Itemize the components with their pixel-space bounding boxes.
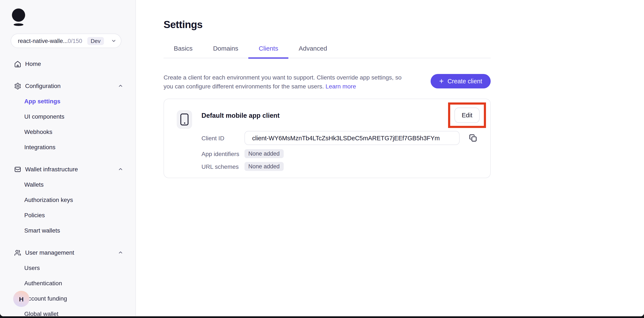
wallet-icon (14, 165, 21, 173)
project-switcher[interactable]: react-native-walle... 0/150 Dev (11, 34, 122, 48)
sidebar-item-authorization-keys[interactable]: Authorization keys (0, 192, 136, 207)
logo-circle (12, 8, 25, 22)
sidebar-section-label: Wallet infrastructure (25, 166, 78, 173)
project-usage: 0/150 (68, 38, 82, 44)
app-identifiers-badge: None added (244, 149, 284, 158)
sidebar-section-label: User management (25, 249, 74, 256)
tab-clients[interactable]: Clients (248, 45, 288, 59)
edit-client-button[interactable]: Edit (454, 108, 480, 123)
app-logo-icon (12, 8, 27, 26)
learn-more-link[interactable]: Learn more (326, 83, 356, 90)
nav-gap (0, 238, 136, 245)
copy-icon[interactable] (469, 134, 477, 142)
sidebar-item-users[interactable]: Users (0, 260, 136, 276)
sidebar-section-user-management[interactable]: User management (0, 245, 136, 260)
sidebar-item-global-wallet[interactable]: Global wallet (0, 306, 136, 316)
sidebar-section-configuration[interactable]: Configuration (0, 78, 136, 94)
logo-ellipse (14, 23, 24, 26)
tab-advanced[interactable]: Advanced (288, 45, 337, 59)
gear-icon (14, 82, 21, 90)
nav-gap (0, 155, 136, 161)
app-identifiers-label: App identifiers (202, 151, 239, 157)
plus-icon: + (439, 77, 444, 85)
sidebar-item-app-settings[interactable]: App settings (0, 94, 136, 109)
users-icon (14, 249, 21, 256)
sidebar-item-authentication[interactable]: Authentication (0, 276, 136, 291)
description-line-1: Create a client for each environment you… (164, 73, 402, 82)
sidebar: react-native-walle... 0/150 Dev Home (0, 0, 136, 316)
chevron-up-icon (118, 250, 124, 256)
chevron-up-icon (118, 83, 124, 89)
env-badge: Dev (87, 37, 104, 45)
tab-domains[interactable]: Domains (203, 45, 248, 59)
url-schemes-badge: None added (244, 162, 284, 171)
sidebar-item-wallets[interactable]: Wallets (0, 177, 136, 192)
sidebar-section-wallet-infrastructure[interactable]: Wallet infrastructure (0, 161, 136, 177)
sidebar-item-ui-components[interactable]: UI components (0, 109, 136, 124)
description-line-2: you can configure different environments… (164, 82, 402, 91)
client-card-title: Default mobile app client (202, 112, 280, 120)
create-client-button[interactable]: + Create client (430, 74, 491, 88)
app-window: react-native-walle... 0/150 Dev Home (0, 0, 644, 316)
clients-description: Create a client for each environment you… (164, 73, 402, 91)
sidebar-item-policies[interactable]: Policies (0, 207, 136, 223)
page-title: Settings (164, 19, 202, 31)
client-card: Default mobile app client Edit Client ID… (164, 99, 491, 178)
sidebar-item-home[interactable]: Home (0, 56, 136, 71)
client-type-tile (177, 110, 192, 129)
chevron-up-icon (118, 166, 124, 172)
user-avatar[interactable]: H (13, 291, 30, 307)
sidebar-item-webhooks[interactable]: Webhooks (0, 124, 136, 140)
sidebar-item-integrations[interactable]: Integrations (0, 140, 136, 155)
sidebar-section-label: Configuration (25, 82, 61, 89)
client-id-label: Client ID (202, 135, 224, 142)
client-id-input[interactable]: client-WY6MsMznTb4LTcZsHk3LSDeC5mARETG7j… (244, 131, 460, 145)
create-client-label: Create client (448, 78, 482, 85)
home-icon (14, 60, 21, 67)
sidebar-nav: Home Configuration App settings UI compo… (0, 56, 136, 316)
settings-tabs: Basics Domains Clients Advanced (164, 45, 491, 58)
chevron-down-icon[interactable] (111, 38, 117, 44)
url-schemes-label: URL schemes (202, 163, 239, 170)
nav-gap (0, 71, 136, 78)
project-name: react-native-walle... (18, 38, 68, 44)
app-stage: react-native-walle... 0/150 Dev Home (0, 0, 644, 318)
annotation-highlight-box: Edit (448, 102, 486, 128)
main-panel: Settings Basics Domains Clients Advanced… (136, 0, 644, 316)
sidebar-item-smart-wallets[interactable]: Smart wallets (0, 223, 136, 238)
sidebar-item-label: Home (25, 60, 41, 67)
mobile-phone-icon (180, 114, 188, 125)
tab-basics[interactable]: Basics (164, 45, 203, 59)
